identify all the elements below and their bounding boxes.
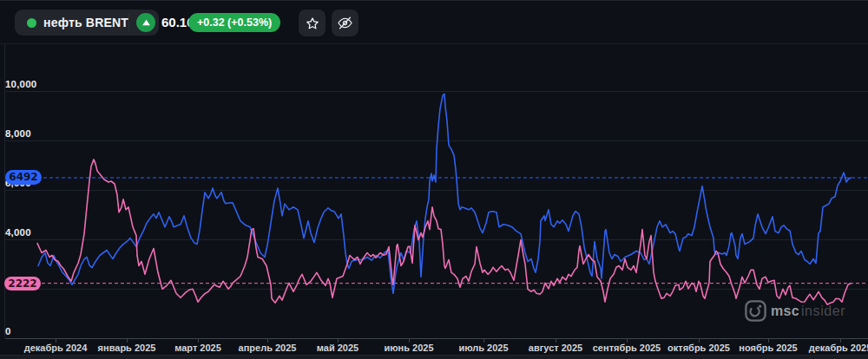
x-axis-label: апрель 2025 — [239, 343, 297, 353]
x-axis-label: декабрь 2024 — [24, 343, 88, 353]
y-axis-label: 10,000 — [5, 79, 36, 89]
trading-chart-app: 10,0008,0006,0004,0000 декабрь 2024январ… — [0, 0, 868, 359]
x-axis-label: июль 2025 — [458, 343, 508, 353]
price-change-badge: +0.32 (+0.53%) — [188, 13, 280, 32]
x-axis-label: январь 2025 — [98, 343, 156, 353]
triangle-up-icon — [141, 18, 151, 27]
y-axis-label: 8,000 — [5, 128, 31, 139]
star-icon — [305, 16, 320, 31]
x-axis-label: май 2025 — [317, 343, 358, 353]
mscinsider-logo-icon — [745, 300, 766, 322]
y-axis-label: 0 — [5, 326, 11, 336]
pink-price-tag: 2222 — [4, 277, 41, 290]
x-axis-label: декабрь 2025 — [809, 343, 868, 353]
watermark: msc insider — [745, 300, 845, 322]
blue-price-tag: 6492 — [5, 170, 42, 185]
symbol-status-dot — [27, 18, 36, 28]
eye-off-icon — [337, 15, 353, 31]
x-axis-label: сентябрь 2025 — [593, 343, 661, 353]
price-plot[interactable] — [0, 1, 868, 359]
series-pink — [37, 160, 851, 304]
toolbar-divider — [128, 14, 129, 31]
x-axis-label: март 2025 — [174, 343, 221, 353]
price-direction-badge — [136, 13, 155, 32]
favorite-button[interactable] — [299, 10, 326, 36]
x-axis-label: ноябрь 2025 — [739, 343, 797, 353]
hide-button[interactable] — [332, 10, 358, 36]
x-axis-label: июнь 2025 — [384, 343, 433, 353]
watermark-text-bold: msc — [771, 304, 799, 319]
y-axis-label: 4,000 — [5, 227, 31, 238]
x-axis-label: август 2025 — [529, 343, 582, 353]
watermark-text-light: insider — [801, 304, 845, 319]
symbol-name: нефть BRENT — [43, 16, 128, 29]
toolbar: нефть BRENT 60.16 +0.32 (+0.53%) — [0, 1, 868, 44]
x-axis-label: октябрь 2025 — [667, 343, 730, 353]
bottom-strip — [0, 355, 868, 359]
